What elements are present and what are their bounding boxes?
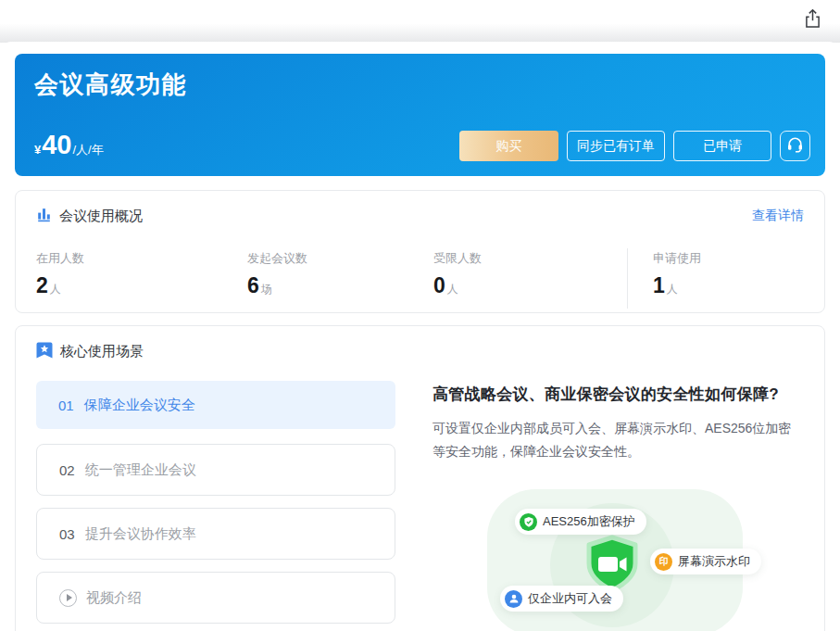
stat-applied-users: 申请使用 1 人 bbox=[627, 248, 804, 309]
detail-heading: 高管战略会议、商业保密会议的安全性如何保障? bbox=[433, 384, 804, 405]
banner: 会议高级功能 ¥ 40 /人/年 购买 同步已有订单 已申请 bbox=[15, 54, 825, 176]
badge-label: 屏幕演示水印 bbox=[678, 553, 750, 570]
bar-chart-icon bbox=[36, 207, 52, 225]
scenario-item-management[interactable]: 02 统一管理企业会议 bbox=[36, 444, 395, 496]
shield-check-icon bbox=[520, 513, 537, 531]
badge-label: AES256加密保护 bbox=[543, 513, 635, 530]
scenario-item-efficiency[interactable]: 03 提升会议协作效率 bbox=[36, 508, 395, 560]
price: ¥ 40 /人/年 bbox=[34, 132, 104, 158]
share-button[interactable] bbox=[800, 8, 824, 32]
badge-internal-only: 仅企业内可入会 bbox=[500, 586, 623, 612]
stat-value: 6 bbox=[247, 274, 259, 297]
video-intro-item[interactable]: 视频介绍 bbox=[36, 572, 395, 624]
banner-actions: 购买 同步已有订单 已申请 bbox=[459, 131, 810, 161]
usage-stats: 在用人数 2 人 发起会议数 6 场 受限人数 0 人 bbox=[16, 248, 824, 309]
price-unit: /人/年 bbox=[73, 142, 104, 158]
badge-label: 仅企业内可入会 bbox=[528, 590, 612, 607]
badge-aes-encryption: AES256加密保护 bbox=[515, 509, 646, 535]
usage-overview-card: 会议使用概况 查看详情 在用人数 2 人 发起会议数 6 场 受限人数 bbox=[15, 190, 825, 313]
stat-meetings-started: 发起会议数 6 场 bbox=[247, 248, 433, 309]
price-currency: ¥ bbox=[34, 143, 41, 157]
scenarios-card-title: 核心使用场景 bbox=[60, 343, 144, 360]
stat-value: 1 bbox=[653, 274, 665, 297]
stat-value: 0 bbox=[433, 274, 445, 297]
badge-watermark: 印 屏幕演示水印 bbox=[650, 549, 761, 574]
stat-restricted-users: 受限人数 0 人 bbox=[433, 248, 627, 309]
usage-card-title: 会议使用概况 bbox=[59, 208, 143, 225]
detail-description: 可设置仅企业内部成员可入会、屏幕演示水印、AES256位加密等安全功能，保障企业… bbox=[433, 417, 804, 463]
stat-value: 2 bbox=[36, 274, 48, 297]
scenario-detail: 高管战略会议、商业保密会议的安全性如何保障? 可设置仅企业内部成员可入会、屏幕演… bbox=[395, 381, 804, 631]
headset-icon bbox=[786, 136, 804, 157]
person-icon bbox=[505, 590, 522, 608]
security-illustration: AES256加密保护 印 屏幕演示水印 仅企业内可入会 bbox=[433, 488, 804, 631]
buy-button[interactable]: 购买 bbox=[459, 131, 558, 161]
sync-orders-button[interactable]: 同步已有订单 bbox=[567, 131, 665, 161]
view-details-link[interactable]: 查看详情 bbox=[752, 208, 804, 224]
price-amount: 40 bbox=[42, 132, 71, 158]
support-button[interactable] bbox=[780, 131, 810, 161]
scenario-item-security[interactable]: 01 保障企业会议安全 bbox=[36, 381, 395, 429]
advanced-features-panel: 会议高级功能 ¥ 40 /人/年 购买 同步已有订单 已申请 bbox=[0, 42, 840, 631]
page-backdrop bbox=[0, 0, 840, 43]
page-title: 会议高级功能 bbox=[34, 69, 187, 101]
share-icon bbox=[803, 8, 822, 32]
stat-active-users: 在用人数 2 人 bbox=[36, 248, 247, 309]
scenario-list: 01 保障企业会议安全 02 统一管理企业会议 03 提升会议协作效率 视频介绍 bbox=[36, 381, 395, 631]
applied-button[interactable]: 已申请 bbox=[673, 131, 771, 161]
play-icon bbox=[59, 589, 77, 607]
core-scenarios-card: 核心使用场景 01 保障企业会议安全 02 统一管理企业会议 03 提升会议协作… bbox=[15, 325, 825, 631]
stamp-icon: 印 bbox=[655, 553, 672, 571]
bookmark-star-icon bbox=[36, 342, 53, 361]
